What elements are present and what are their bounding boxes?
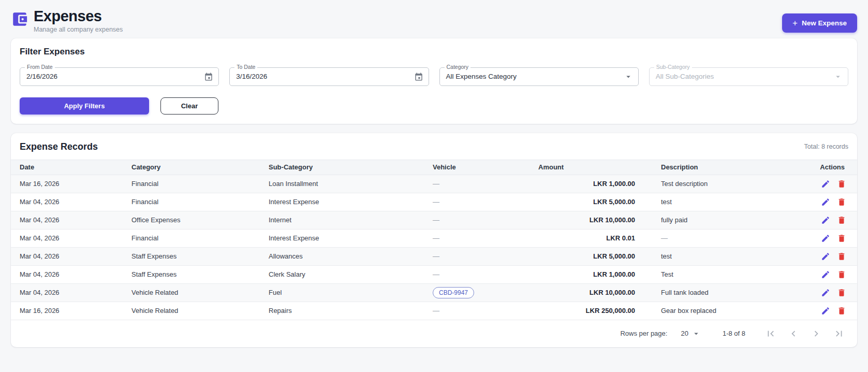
pagination-range: 1-8 of 8 <box>723 330 745 337</box>
delete-button[interactable] <box>837 234 846 243</box>
cell-category: Staff Expenses <box>123 270 260 278</box>
cell-category: Financial <box>123 198 260 206</box>
vehicle-value: — <box>433 180 439 188</box>
next-page-button[interactable] <box>811 328 822 339</box>
delete-button[interactable] <box>837 179 846 189</box>
table-row: Mar 04, 2026 Office Expenses Internet — … <box>11 211 857 230</box>
rows-per-page-label: Rows per page: <box>620 330 667 337</box>
previous-page-button[interactable] <box>788 328 799 339</box>
cell-category: Financial <box>123 234 260 242</box>
cell-amount: LKR 1,000.00 <box>529 270 635 278</box>
to-date-field[interactable]: To Date <box>229 67 429 86</box>
cell-subcategory: Interest Expense <box>260 198 424 206</box>
cell-description: test <box>635 198 787 206</box>
edit-button[interactable] <box>821 306 830 316</box>
cell-amount: LKR 1,000.00 <box>529 180 635 188</box>
edit-button[interactable] <box>821 179 830 189</box>
vehicle-value: — <box>433 307 439 314</box>
apply-filters-button[interactable]: Apply Filters <box>20 97 149 115</box>
to-date-label: To Date <box>234 64 257 70</box>
chevron-down-icon <box>692 329 701 338</box>
cell-actions <box>787 288 857 297</box>
col-vehicle-header: Vehicle <box>424 163 529 171</box>
to-date-input[interactable] <box>236 73 414 80</box>
vehicle-value: — <box>433 234 439 242</box>
delete-button[interactable] <box>837 288 846 297</box>
calendar-icon[interactable] <box>204 72 213 81</box>
col-date-header: Date <box>11 163 123 171</box>
cell-description: Test description <box>635 180 787 188</box>
cell-vehicle: — <box>424 307 529 314</box>
cell-subcategory: Interest Expense <box>260 234 424 242</box>
from-date-input[interactable] <box>26 73 204 80</box>
cell-description: Gear box replaced <box>635 307 787 314</box>
cell-vehicle: — <box>424 252 529 260</box>
edit-button[interactable] <box>821 216 830 225</box>
cell-description: Test <box>635 270 787 278</box>
page-subtitle: Manage all company expenses <box>34 26 123 33</box>
cell-date: Mar 16, 2026 <box>11 307 123 314</box>
edit-button[interactable] <box>821 197 830 207</box>
cell-description: — <box>635 234 787 242</box>
cell-actions <box>787 252 857 261</box>
cell-date: Mar 04, 2026 <box>11 270 123 278</box>
cell-amount: LKR 5,000.00 <box>529 252 635 260</box>
rows-per-page-select[interactable]: 20 <box>681 329 700 338</box>
category-select[interactable]: Category All Expenses Category <box>439 67 639 86</box>
new-expense-button[interactable]: + New Expense <box>782 13 857 33</box>
vehicle-chip: CBD-9947 <box>433 287 474 298</box>
cell-category: Office Expenses <box>123 216 260 224</box>
vehicle-value: — <box>433 198 439 206</box>
records-total: Total: 8 records <box>804 143 848 150</box>
page-title: Expenses <box>34 8 123 25</box>
delete-button[interactable] <box>837 306 846 316</box>
cell-subcategory: Fuel <box>260 289 424 296</box>
cell-category: Financial <box>123 180 260 188</box>
table-row: Mar 04, 2026 Financial Interest Expense … <box>11 193 857 211</box>
table-row: Mar 04, 2026 Vehicle Related Fuel CBD-99… <box>11 284 857 302</box>
clear-filters-button[interactable]: Clear <box>160 97 218 115</box>
cell-vehicle: — <box>424 270 529 278</box>
edit-button[interactable] <box>821 252 830 261</box>
expense-table-body: Mar 16, 2026 Financial Loan Installment … <box>11 175 857 320</box>
from-date-field[interactable]: From Date <box>20 67 219 86</box>
cell-actions <box>787 234 857 243</box>
cell-amount: LKR 10,000.00 <box>529 216 635 224</box>
delete-button[interactable] <box>837 216 846 225</box>
page-header: Expenses Manage all company expenses + N… <box>11 7 857 38</box>
cell-vehicle: — <box>424 234 529 242</box>
cell-category: Vehicle Related <box>123 307 260 314</box>
edit-button[interactable] <box>821 234 830 243</box>
cell-amount: LKR 250,000.00 <box>529 307 635 314</box>
cell-actions <box>787 197 857 207</box>
chevron-down-icon <box>624 72 633 81</box>
cell-vehicle: — <box>424 198 529 206</box>
edit-button[interactable] <box>821 270 830 279</box>
cell-subcategory: Allowances <box>260 252 424 260</box>
cell-date: Mar 04, 2026 <box>11 289 123 296</box>
col-description-header: Description <box>635 163 787 171</box>
from-date-label: From Date <box>25 64 55 70</box>
calendar-icon[interactable] <box>414 72 423 81</box>
cell-category: Vehicle Related <box>123 289 260 296</box>
edit-button[interactable] <box>821 288 830 297</box>
delete-button[interactable] <box>837 270 846 279</box>
last-page-button[interactable] <box>833 328 845 339</box>
sub-category-select: Sub-Category All Sub-Categories <box>649 67 848 86</box>
cell-vehicle: — <box>424 216 529 224</box>
cell-subcategory: Clerk Salary <box>260 270 424 278</box>
cell-category: Staff Expenses <box>123 252 260 260</box>
cell-actions <box>787 216 857 225</box>
filter-title: Filter Expenses <box>20 47 848 57</box>
plus-icon: + <box>792 19 798 27</box>
delete-button[interactable] <box>837 252 846 261</box>
cell-amount: LKR 0.01 <box>529 234 635 242</box>
table-row: Mar 04, 2026 Staff Expenses Allowances —… <box>11 248 857 266</box>
cell-subcategory: Repairs <box>260 307 424 314</box>
first-page-button[interactable] <box>765 328 776 339</box>
sub-category-value: All Sub-Categories <box>656 73 833 80</box>
cell-subcategory: Loan Installment <box>260 180 424 188</box>
rows-per-page-value: 20 <box>681 330 688 337</box>
delete-button[interactable] <box>837 197 846 207</box>
records-title: Expense Records <box>20 141 98 152</box>
